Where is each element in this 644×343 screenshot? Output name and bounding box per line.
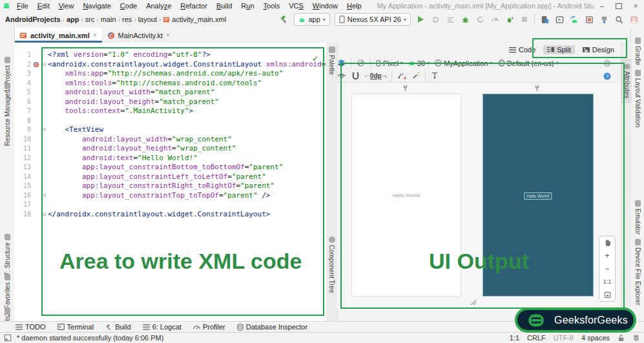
menu-refactor[interactable]: Refactor bbox=[176, 1, 211, 10]
view-options-eye-icon[interactable] bbox=[337, 72, 346, 79]
sync-gradle-icon[interactable] bbox=[569, 14, 579, 25]
code-line[interactable]: 11 android:layout_height="wrap_content" bbox=[14, 144, 326, 154]
mode-design[interactable]: Design bbox=[579, 45, 618, 54]
fold-marker-icon[interactable]: ⊟ bbox=[41, 125, 48, 135]
menu-vcs[interactable]: VCS bbox=[285, 1, 307, 10]
code-line[interactable]: 15 app:layout_constraintRight_toRightOf=… bbox=[14, 182, 326, 191]
canvas-resize-handle[interactable] bbox=[468, 297, 477, 306]
code-line[interactable]: 5 android:layout_width="match_parent" bbox=[14, 88, 326, 98]
tool-window-build[interactable]: Build bbox=[105, 323, 130, 331]
zoom-ratio-button[interactable]: 1:1 bbox=[599, 275, 615, 288]
caret-position[interactable]: 1:1 bbox=[510, 334, 519, 342]
status-message[interactable]: * daemon started successfully (today 6:0… bbox=[17, 334, 163, 342]
pan-hand-icon[interactable] bbox=[599, 236, 615, 249]
menu-view[interactable]: View bbox=[55, 1, 78, 10]
code-line[interactable]: 13 app:layout_constraintBottom_toBottomO… bbox=[14, 163, 326, 172]
tool-window-database-inspector[interactable]: Database Inspector bbox=[237, 323, 307, 331]
palette-tab[interactable]: Palette bbox=[326, 47, 337, 75]
code-line[interactable]: 1<?xml version="1.0" encoding="utf-8"?> bbox=[14, 50, 326, 60]
tab-mainactivity-kt[interactable]: C MainActivity.kt × bbox=[102, 28, 175, 43]
code-line[interactable]: 8 bbox=[14, 116, 326, 126]
close-icon[interactable]: × bbox=[166, 32, 170, 39]
build-hammer-icon[interactable] bbox=[279, 14, 289, 25]
zoom-fit-button[interactable] bbox=[599, 288, 615, 301]
code-line[interactable]: 12 android:text="Hello World!" bbox=[14, 154, 326, 163]
zoom-out-button[interactable]: − bbox=[599, 262, 615, 275]
blueprint-header-wrench-icon[interactable] bbox=[534, 85, 541, 92]
code-line[interactable]: 3 xmlns:app="http://schemas.android.com/… bbox=[14, 69, 326, 79]
infer-constraints-wand-icon[interactable] bbox=[411, 72, 420, 80]
profile-low-overhead-icon[interactable] bbox=[504, 14, 515, 25]
menu-analyze[interactable]: Analyze bbox=[142, 1, 175, 10]
profile-avatar-icon[interactable] bbox=[628, 14, 639, 25]
attach-debugger-icon[interactable] bbox=[475, 14, 485, 25]
issues-icon[interactable]: ! bbox=[603, 59, 611, 67]
sdk-manager-icon[interactable] bbox=[599, 14, 609, 25]
logcat-tool-icon[interactable] bbox=[554, 14, 565, 25]
design-surface-icon[interactable] bbox=[337, 59, 346, 67]
code-line[interactable]: 16⊟ app:layout_constraintTop_toTopOf="pa… bbox=[14, 191, 326, 201]
code-line[interactable]: 6 android:layout_height="match_parent" bbox=[14, 98, 326, 107]
fold-marker-icon[interactable]: ⊟ bbox=[41, 191, 48, 201]
search-everywhere-icon[interactable] bbox=[614, 14, 624, 25]
maximize-button[interactable] bbox=[610, 1, 627, 12]
tool-window-profiler[interactable]: Profiler bbox=[193, 323, 225, 331]
pack-align-icon[interactable] bbox=[431, 72, 439, 80]
fold-marker-icon[interactable]: ⊟ bbox=[41, 60, 48, 70]
run-button[interactable] bbox=[415, 14, 426, 25]
breadcrumb-item-app[interactable]: app bbox=[67, 16, 79, 23]
stripe-item-emulator[interactable]: Emulator bbox=[631, 200, 644, 234]
device-manager-icon[interactable] bbox=[539, 14, 550, 25]
close-button[interactable]: × bbox=[627, 1, 644, 12]
attributes-tab[interactable]: Attributes bbox=[621, 59, 632, 103]
menu-edit[interactable]: Edit bbox=[34, 1, 54, 10]
code-line[interactable]: 4 xmlns:tools="http://schemas.android.co… bbox=[14, 79, 326, 88]
device-dropdown[interactable]: Nexus 5X API 26 ▾ bbox=[335, 13, 411, 26]
code-editor[interactable]: 1<?xml version="1.0" encoding="utf-8"?>2… bbox=[14, 43, 326, 321]
menu-navigate[interactable]: Navigate bbox=[79, 1, 114, 10]
breadcrumb-item-activity_main.xml[interactable]: activity_main.xml bbox=[172, 16, 226, 23]
run-with-coverage-icon[interactable] bbox=[445, 14, 455, 25]
stripe-item-layout-validation[interactable]: Layout Validation bbox=[631, 70, 644, 127]
stripe-item-resource-manager[interactable]: Resource Manager bbox=[0, 83, 14, 146]
close-icon[interactable]: × bbox=[93, 32, 97, 39]
code-line[interactable]: 2C⊟<androidx.constraintlayout.widget.Con… bbox=[14, 60, 326, 70]
menu-window[interactable]: Window bbox=[309, 1, 342, 10]
menu-file[interactable]: File bbox=[13, 1, 32, 10]
apply-changes-icon[interactable] bbox=[430, 14, 441, 25]
indent-setting[interactable]: 4 spaces bbox=[581, 334, 610, 342]
preview-hello-world-text[interactable]: Hello World! bbox=[352, 192, 461, 198]
menu-help[interactable]: Help bbox=[343, 1, 366, 10]
menu-code[interactable]: Code bbox=[116, 1, 141, 10]
gradle-daemon-icon[interactable] bbox=[632, 334, 640, 342]
mode-split[interactable]: Split bbox=[543, 45, 574, 54]
file-encoding[interactable]: UTF-8 bbox=[554, 334, 574, 342]
breadcrumb-item-res[interactable]: res bbox=[122, 16, 132, 23]
lock-icon[interactable] bbox=[618, 334, 625, 342]
debug-icon[interactable] bbox=[460, 14, 470, 25]
code-line[interactable]: 17 bbox=[14, 200, 326, 210]
design-header-wrench-icon[interactable] bbox=[402, 85, 409, 92]
blueprint-hello-world-text[interactable]: Hello World! bbox=[524, 192, 552, 200]
tool-window-switcher-icon[interactable] bbox=[4, 334, 12, 342]
layout-inspector-icon[interactable] bbox=[584, 14, 594, 25]
breadcrumb-item-AndroidProjects[interactable]: AndroidProjects bbox=[5, 16, 61, 23]
stop-icon[interactable] bbox=[519, 14, 530, 25]
stripe-item-gradle[interactable]: Gradle bbox=[631, 37, 644, 65]
fold-marker-icon[interactable]: ⊟ bbox=[41, 210, 48, 220]
menu-build[interactable]: Build bbox=[213, 1, 236, 10]
api-select[interactable]: 30▾ bbox=[408, 59, 430, 67]
help-icon[interactable]: ? bbox=[603, 72, 611, 80]
tool-window-todo[interactable]: TODO bbox=[16, 323, 46, 331]
breadcrumb-item-layout[interactable]: layout bbox=[138, 16, 157, 23]
line-ending[interactable]: CRLF bbox=[527, 334, 546, 342]
stripe-item-device-file-explorer[interactable]: Device File Explorer bbox=[631, 239, 644, 305]
tool-window-terminal[interactable]: Terminal bbox=[57, 323, 94, 331]
minimize-button[interactable]: – bbox=[594, 1, 610, 12]
code-line[interactable]: 7 tools:context=".MainActivity"> bbox=[14, 107, 326, 116]
profile-app-icon[interactable] bbox=[490, 14, 500, 25]
code-line[interactable]: 10 android:layout_width="wrap_content" bbox=[14, 135, 326, 145]
default-margin-control[interactable]: ⌐0dp¬ bbox=[365, 72, 386, 79]
device-select[interactable]: Pixel▾ bbox=[376, 59, 403, 67]
code-line[interactable]: 9⊟ <TextView bbox=[14, 125, 326, 135]
